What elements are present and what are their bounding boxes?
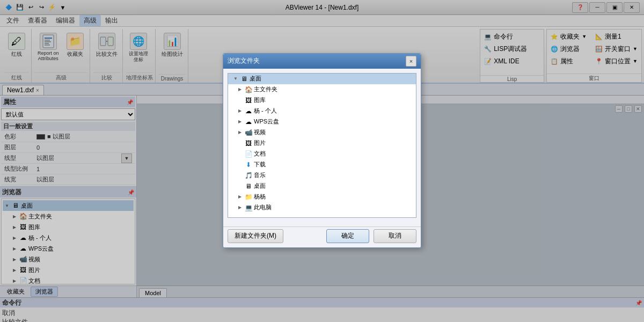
dialog-tree-item-desktop[interactable]: ▼ 🖥 桌面: [228, 74, 416, 84]
dialog-tree-icon-pics: 🖼: [244, 139, 253, 148]
dialog-cancel-btn[interactable]: 取消: [374, 229, 416, 243]
dialog-tree-item-desktop2[interactable]: ▶ 🖥 桌面: [228, 181, 416, 192]
dialog-tree-icon-home: 🏠: [244, 85, 253, 94]
dialog-tree-arrow-yangyang: ▶: [237, 194, 243, 199]
dialog-new-folder-btn[interactable]: 新建文件夹(M): [228, 229, 283, 243]
dialog-tree-label-gallery: 图库: [254, 96, 266, 104]
dialog-tree-item-wps[interactable]: ▶ ☁ WPS云盘: [228, 116, 416, 127]
dialog-title: 浏览文件夹: [228, 56, 260, 65]
dialog-tree-item-yangyang[interactable]: ▶ 📁 杨杨: [228, 192, 416, 202]
dialog-tree-label-wps: WPS云盘: [254, 118, 279, 126]
dialog-tree-item-download[interactable]: ▶ ⬇ 下载: [228, 159, 416, 170]
dialog-tree-label-music: 音乐: [254, 171, 266, 179]
dialog-tree-icon-yangyang: 📁: [244, 193, 253, 201]
dialog-tree-icon-desktop2: 🖥: [244, 182, 253, 191]
dialog-tree-item-gallery[interactable]: ▶ 🖼 图库: [228, 95, 416, 106]
dialog-tree-icon-docs: 📄: [244, 150, 253, 158]
dialog-tree-label-docs: 文档: [254, 150, 266, 158]
dialog-tree-label-pics: 图片: [254, 139, 266, 147]
dialog-tree-label-video: 视频: [254, 128, 266, 136]
dialog-tree[interactable]: ▼ 🖥 桌面 ▶ 🏠 主文件夹 ▶ 🖼 图库 ▶ ☁ 杨 - 个人: [228, 73, 416, 218]
dialog-tree-label-home: 主文件夹: [254, 85, 277, 93]
dialog-tree-label-desktop: 桌面: [250, 75, 261, 83]
dialog-tree-icon-video: 📹: [244, 128, 253, 137]
dialog-tree-item-docs[interactable]: ▶ 📄 文档: [228, 149, 416, 159]
dialog-footer: 新建文件夹(M) 确定 取消: [223, 226, 421, 247]
dialog-ok-btn[interactable]: 确定: [326, 229, 369, 243]
dialog-tree-label-desktop2: 桌面: [254, 182, 266, 190]
dialog-tree-icon-personal: ☁: [244, 107, 253, 115]
dialog-tree-arrow-personal: ▶: [237, 108, 243, 113]
dialog-tree-item-pics[interactable]: ▶ 🖼 图片: [228, 138, 416, 149]
dialog-tree-icon-gallery: 🖼: [244, 96, 253, 105]
dialog-tree-icon-music: 🎵: [244, 171, 253, 180]
dialog-tree-arrow-thispc: ▶: [237, 205, 243, 210]
dialog-tree-arrow-desktop: ▼: [232, 76, 239, 81]
browse-folder-dialog: 浏览文件夹 × ▼ 🖥 桌面 ▶ 🏠 主文件夹 ▶ 🖼 图库: [223, 53, 421, 248]
dialog-tree-label-download: 下载: [254, 160, 266, 169]
dialog-tree-icon-desktop: 🖥: [240, 75, 248, 83]
dialog-close-btn[interactable]: ×: [406, 56, 416, 67]
dialog-title-bar: 浏览文件夹 ×: [223, 54, 421, 69]
dialog-tree-label-thispc: 此电脑: [254, 203, 272, 211]
dialog-content: ▼ 🖥 桌面 ▶ 🏠 主文件夹 ▶ 🖼 图库 ▶ ☁ 杨 - 个人: [223, 69, 421, 226]
dialog-tree-item-thispc[interactable]: ▶ 💻 此电脑: [228, 202, 416, 213]
dialog-tree-label-personal: 杨 - 个人: [254, 107, 277, 115]
dialog-tree-arrow-video: ▶: [237, 130, 243, 135]
dialog-tree-item-home[interactable]: ▶ 🏠 主文件夹: [228, 84, 416, 95]
dialog-tree-icon-wps: ☁: [244, 118, 253, 126]
dialog-tree-icon-download: ⬇: [244, 160, 253, 169]
dialog-tree-arrow-wps: ▶: [237, 119, 243, 124]
dialog-tree-label-yangyang: 杨杨: [254, 193, 266, 201]
dialog-tree-item-personal[interactable]: ▶ ☁ 杨 - 个人: [228, 106, 416, 116]
dialog-tree-icon-thispc: 💻: [244, 203, 253, 212]
dialog-tree-item-music[interactable]: ▶ 🎵 音乐: [228, 170, 416, 181]
dialog-tree-item-video[interactable]: ▶ 📹 视频: [228, 127, 416, 138]
dialog-overlay: 浏览文件夹 × ▼ 🖥 桌面 ▶ 🏠 主文件夹 ▶ 🖼 图库: [0, 0, 644, 322]
dialog-tree-arrow-home: ▶: [237, 87, 243, 92]
